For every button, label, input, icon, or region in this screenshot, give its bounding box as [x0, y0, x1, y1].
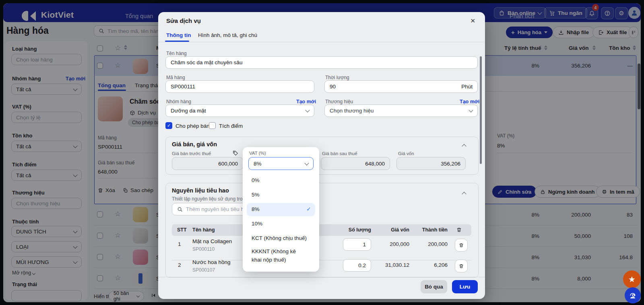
col-stt: STT: [177, 227, 187, 233]
cancel-button[interactable]: Bỏ qua: [421, 280, 447, 293]
chevron-down-icon: [469, 108, 473, 112]
value: 648,000: [365, 161, 385, 167]
brand-field-label: Thương hiệu: [325, 99, 353, 104]
vat-dropdown-panel: VAT (%) 8% 0% 5% 8% ✓ 10% KCT (Không chị…: [243, 147, 319, 272]
value: 1: [363, 242, 366, 248]
price-section-title: Giá bán, giá vốn: [172, 141, 217, 147]
tag-icon: [233, 150, 238, 156]
allow-sale-label: Cho phép bán: [175, 123, 210, 129]
name-field-label: Tên hàng: [166, 51, 187, 56]
allow-sale-checkbox[interactable]: ✓: [165, 122, 172, 129]
duration-field-label: Thời lượng: [325, 75, 349, 80]
value: 8%: [254, 161, 262, 167]
loyalty-label: Tích điểm: [219, 123, 243, 129]
trash-icon: [456, 227, 462, 233]
group-select[interactable]: Dưỡng da mặt: [165, 104, 314, 117]
loyalty-checkbox[interactable]: [209, 122, 216, 129]
ing-cost: 31,030.12: [377, 262, 409, 268]
ing-total: 6,206: [413, 262, 448, 268]
feedback-button[interactable]: ★: [623, 270, 641, 288]
col-total: Thành tiền: [413, 227, 448, 233]
placeholder: Thêm nguyên liệu tiêu hao: [186, 206, 250, 212]
price-after-input[interactable]: 648,000: [321, 157, 390, 170]
ing-code: SP000110: [192, 246, 215, 252]
col-qty: Số lượng: [339, 227, 371, 233]
group-field-label: Nhóm hàng: [166, 99, 191, 104]
value: Chăm sóc da mặt chuyên sâu: [171, 59, 243, 66]
delete-ingredient-button[interactable]: [455, 239, 468, 252]
modal-title: Sửa dịch vụ: [166, 17, 201, 24]
value: Chọn thương hiệu: [330, 108, 374, 114]
vat-option-kkknt[interactable]: KKKNT (Không kê khai nộp thuế): [243, 245, 303, 266]
ing-name: Nước hoa hồng: [192, 259, 230, 265]
modal-tab-info[interactable]: Thông tin: [166, 32, 191, 38]
modal-tab-media[interactable]: Hình ảnh, mô tả, ghi chú: [198, 32, 257, 38]
cost-label: Giá vốn: [398, 151, 414, 156]
close-icon[interactable]: ✕: [470, 17, 475, 25]
star-icon: ★: [628, 274, 636, 284]
value: 600,000: [218, 161, 238, 167]
create-group-link[interactable]: Tạo mới: [296, 99, 316, 104]
vat-option-5[interactable]: 5%: [243, 187, 319, 202]
col-name: Tên hàng: [192, 227, 215, 233]
support-button[interactable]: [625, 287, 641, 303]
trash-icon: [459, 264, 464, 269]
modal-scrollbar[interactable]: [480, 56, 482, 164]
vat-option-0[interactable]: 0%: [243, 173, 319, 187]
value: SP000111: [171, 84, 195, 90]
trash-icon: [459, 243, 464, 248]
cost-input[interactable]: 356,206: [396, 157, 466, 170]
value: 356,206: [441, 161, 460, 167]
ing-stt: 1: [178, 241, 181, 247]
ingredients-title: Nguyên liệu tiêu hao: [172, 187, 229, 194]
vat-option-10[interactable]: 10%: [243, 216, 319, 231]
edit-service-modal: Sửa dịch vụ ✕ Thông tin Hình ảnh, mô tả,…: [158, 12, 485, 299]
value: Dưỡng da mặt: [171, 108, 206, 114]
check-icon: ✓: [306, 206, 311, 212]
ing-name: Mặt nạ Collagen: [192, 238, 232, 244]
delete-ingredient-button[interactable]: [455, 260, 468, 272]
create-brand-link[interactable]: Tạo mới: [460, 99, 479, 104]
ing-cost: 200,000: [377, 241, 409, 247]
brand-select[interactable]: Chọn thương hiệu: [324, 104, 478, 117]
vat-option-kct[interactable]: KCT (Không chịu thuế): [243, 231, 319, 245]
vat-field-label: VAT (%): [249, 151, 266, 156]
name-field[interactable]: Chăm sóc da mặt chuyên sâu: [165, 56, 478, 69]
col-cost: Giá vốn: [377, 227, 409, 233]
search-icon: [177, 207, 183, 212]
chevron-down-icon: [304, 161, 309, 165]
divider: [158, 277, 485, 277]
ing-total: 200,000: [413, 241, 448, 247]
ing-code: SP000107: [192, 267, 215, 273]
ing-qty-input[interactable]: 1: [343, 238, 371, 251]
value: 90: [330, 84, 336, 90]
divider: [158, 42, 485, 42]
headset-icon: [629, 291, 637, 299]
vat-select[interactable]: 8%: [248, 157, 314, 170]
price-after-label: Giá bán sau thuế: [322, 151, 357, 156]
save-button[interactable]: Lưu: [452, 280, 478, 293]
price-before-label: Giá bán trước thuế: [172, 151, 211, 156]
duration-field[interactable]: 90Phút: [324, 80, 478, 93]
value: 0.2: [358, 262, 366, 268]
unit-label: Phút: [461, 84, 473, 90]
code-field-label: Mã hàng: [166, 75, 185, 80]
ing-qty-input[interactable]: 0.2: [343, 259, 371, 272]
ing-stt: 2: [178, 262, 181, 268]
chevron-down-icon: [305, 108, 310, 112]
price-before-input[interactable]: 600,000: [172, 157, 243, 170]
code-field[interactable]: SP000111: [165, 80, 314, 93]
